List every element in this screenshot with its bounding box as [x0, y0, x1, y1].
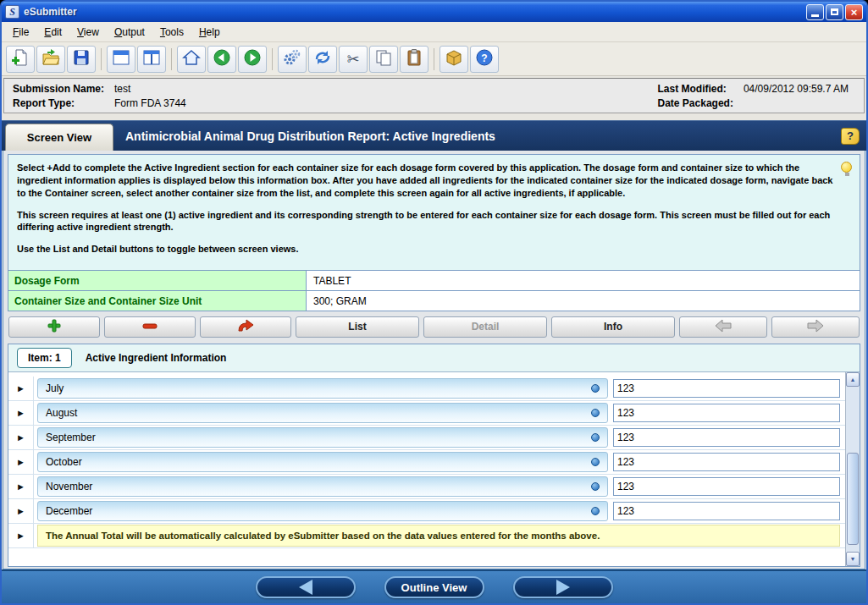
bottom-navigation-bar: Outline View — [2, 569, 866, 603]
month-value-input[interactable] — [613, 477, 840, 496]
item-panel: Item: 1 Active Ingredient Information ► … — [8, 344, 860, 567]
blue-dot-icon — [591, 482, 600, 491]
month-label: October — [46, 456, 82, 468]
instruction-box: Select +Add to complete the Active Ingre… — [8, 154, 860, 271]
package-button[interactable] — [440, 46, 468, 73]
scroll-down-button[interactable]: ▼ — [846, 552, 860, 566]
menu-tools[interactable]: Tools — [153, 24, 191, 41]
container-size-row: Container Size and Container Size Unit 3… — [8, 291, 860, 311]
menu-help[interactable]: Help — [192, 24, 227, 41]
detail-view-button: Detail — [423, 316, 547, 338]
open-folder-icon — [41, 48, 60, 69]
lightbulb-icon — [841, 162, 852, 173]
context-help-button[interactable]: ? — [841, 128, 860, 145]
month-row-july: ► July — [8, 377, 845, 401]
report-type-value: Form FDA 3744 — [114, 97, 186, 109]
new-report-button[interactable] — [6, 46, 35, 73]
screen-view-tab[interactable]: Screen View — [5, 124, 113, 151]
last-modified-label: Last Modified: — [658, 83, 733, 95]
red-curved-arrow-button[interactable] — [200, 316, 291, 338]
package-box-icon — [445, 48, 463, 69]
maximize-icon — [831, 8, 838, 15]
window-layout-icon — [112, 48, 130, 69]
blue-dot-icon — [591, 433, 600, 442]
scissors-icon: ✂ — [346, 52, 359, 67]
menu-view[interactable]: View — [70, 24, 106, 41]
month-value-input[interactable] — [613, 502, 840, 520]
row-select-button[interactable]: ► — [8, 401, 34, 425]
month-field: October — [37, 452, 608, 472]
menu-bar: File Edit View Output Tools Help — [2, 22, 866, 42]
instruction-paragraph: This screen requires at least one (1) ac… — [17, 209, 834, 234]
maximize-button[interactable] — [826, 4, 843, 20]
info-button[interactable]: Info — [551, 316, 675, 338]
month-value-input[interactable] — [613, 379, 840, 398]
dosage-form-label: Dosage Form — [8, 271, 307, 290]
previous-item-button[interactable] — [679, 316, 767, 338]
row-select-button[interactable]: ► — [8, 475, 34, 498]
window-title: eSubmitter — [24, 6, 802, 18]
minimize-button[interactable] — [806, 4, 824, 20]
month-value-input[interactable] — [613, 404, 840, 422]
previous-screen-button[interactable] — [256, 576, 356, 598]
next-screen-button[interactable] — [513, 576, 613, 598]
blue-dot-icon — [591, 507, 600, 515]
forward-button[interactable] — [238, 46, 267, 73]
settings-button[interactable] — [278, 46, 307, 73]
menu-file[interactable]: File — [6, 24, 36, 41]
toolbar-separator — [171, 48, 172, 70]
delete-button[interactable] — [104, 316, 196, 338]
annual-total-note: The Annual Total will be automatically c… — [37, 525, 840, 547]
row-select-button[interactable]: ► — [8, 450, 34, 474]
minimize-icon — [811, 14, 819, 17]
paste-button[interactable] — [400, 46, 428, 73]
home-icon — [182, 48, 201, 69]
outline-view-button[interactable]: Outline View — [384, 576, 484, 598]
open-report-button[interactable] — [36, 46, 65, 73]
month-field: August — [37, 403, 608, 423]
blue-dot-icon — [591, 458, 600, 466]
date-packaged-label: Date Packaged: — [658, 97, 733, 109]
menu-output[interactable]: Output — [108, 24, 152, 41]
month-row-october: ► October — [8, 450, 845, 475]
month-field: September — [37, 427, 608, 448]
blue-dot-icon — [591, 384, 600, 393]
layout-split-button[interactable] — [137, 46, 166, 73]
back-button[interactable] — [207, 46, 236, 73]
home-button[interactable] — [177, 46, 206, 73]
esubmitter-window: S eSubmitter × File Edit View Output Too… — [0, 0, 868, 605]
last-modified-value: 04/09/2012 09:59.7 AM — [744, 83, 849, 95]
row-select-button[interactable]: ► — [8, 524, 34, 547]
row-select-button[interactable]: ► — [8, 377, 34, 400]
cut-button[interactable]: ✂ — [339, 46, 368, 73]
right-arrow-icon — [556, 580, 570, 595]
save-floppy-icon — [72, 48, 91, 69]
menu-edit[interactable]: Edit — [37, 24, 69, 41]
save-button[interactable] — [67, 46, 96, 73]
add-button[interactable] — [8, 316, 100, 338]
layout-window-button[interactable] — [107, 46, 135, 73]
blue-dot-icon — [591, 409, 600, 417]
hollow-right-arrow-icon — [806, 319, 825, 335]
list-view-button[interactable]: List — [296, 316, 419, 338]
close-button[interactable]: × — [845, 4, 863, 20]
refresh-button[interactable] — [308, 46, 337, 73]
help-button[interactable]: ? — [470, 46, 499, 73]
row-select-button[interactable]: ► — [8, 499, 34, 523]
toolbar: ✂ ? — [2, 42, 866, 76]
month-label: September — [46, 432, 96, 443]
scroll-up-button[interactable]: ▲ — [846, 372, 860, 387]
scrollbar-track[interactable] — [846, 387, 860, 552]
container-size-value: 300; GRAM — [307, 291, 860, 311]
container-size-label: Container Size and Container Size Unit — [8, 291, 307, 311]
toolbar-separator — [272, 48, 273, 70]
scrollbar-thumb[interactable] — [847, 453, 859, 545]
month-row-august: ► August — [8, 401, 845, 426]
month-label: November — [46, 481, 92, 492]
next-item-button[interactable] — [771, 316, 860, 338]
month-value-input[interactable] — [613, 428, 840, 447]
copy-button[interactable] — [369, 46, 398, 73]
new-report-icon — [11, 48, 30, 69]
month-value-input[interactable] — [613, 453, 840, 471]
row-select-button[interactable]: ► — [8, 426, 34, 449]
